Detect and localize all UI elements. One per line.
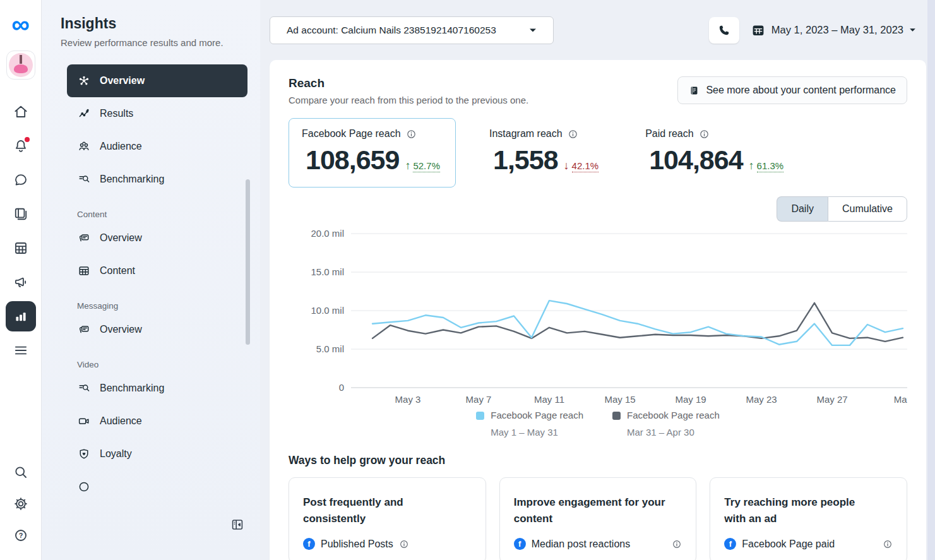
svg-text:May 27: May 27	[816, 394, 847, 405]
date-range-label: May 1, 2023 – May 31, 2023	[771, 24, 903, 36]
info-icon[interactable]	[672, 539, 682, 549]
info-icon[interactable]	[406, 129, 417, 140]
metric-label-row: Instagram reach	[489, 128, 599, 140]
cards-stack-icon	[77, 323, 91, 337]
sidebar-scrollbar[interactable]	[246, 179, 250, 345]
sidebar-item-video-audience[interactable]: Audience	[67, 405, 247, 438]
audience-people-icon	[77, 140, 91, 153]
toggle-daily[interactable]: Daily	[777, 196, 828, 222]
video-camera-icon	[77, 414, 91, 428]
collapse-sidebar-icon[interactable]	[230, 517, 245, 535]
reach-header: Reach Compare your reach from this perio…	[289, 76, 907, 105]
section-label-messaging: Messaging	[77, 301, 247, 311]
legend-previous-period[interactable]: Facebook Page reach Mar 31 – Apr 30	[612, 410, 720, 438]
sidebar-item-video-benchmarking[interactable]: Benchmarking	[67, 372, 247, 405]
page-scrollbar-gutter[interactable]	[927, 0, 935, 560]
metric-card-instagram-reach[interactable]: Instagram reach 1,558 ↓42.1%	[476, 118, 612, 188]
grow-card-try-ad[interactable]: Try reaching more people with an ad f Fa…	[710, 477, 907, 560]
notification-dot	[25, 137, 30, 142]
topbar-right: May 1, 2023 – May 31, 2023	[709, 17, 916, 44]
trend-up-icon: ↑	[405, 159, 410, 172]
sidebar-item-video-loyalty[interactable]: Loyalty	[67, 438, 247, 470]
svg-text:5.0 mil: 5.0 mil	[316, 343, 344, 354]
search-icon[interactable]	[6, 456, 36, 488]
date-range-picker[interactable]: May 1, 2023 – May 31, 2023	[751, 23, 916, 38]
trend-down-icon: ↓	[564, 159, 569, 172]
see-more-label: See more about your content performance	[706, 85, 896, 96]
phone-button[interactable]	[709, 17, 739, 44]
svg-text:0: 0	[339, 382, 344, 393]
see-more-button[interactable]: See more about your content performance	[677, 76, 907, 104]
grow-card-improve-engagement[interactable]: Improve engagement for your content f Me…	[499, 477, 697, 560]
help-icon[interactable]: ?	[6, 520, 36, 551]
info-icon[interactable]	[883, 539, 893, 549]
metric-value-row: 108,659 ↑52.7%	[302, 145, 443, 176]
sidebar-item-messaging-overview[interactable]: Overview	[67, 313, 247, 346]
sidebar-item-label: Audience	[100, 141, 142, 152]
meta-logo-icon[interactable]: ∞	[11, 11, 30, 37]
planner-grid-icon[interactable]	[6, 231, 36, 265]
facebook-logo-icon: f	[724, 538, 736, 550]
sidebar-item-overview[interactable]: Overview	[67, 64, 247, 97]
insights-chart-icon[interactable]	[6, 299, 36, 333]
sidebar-item-benchmarking[interactable]: Benchmarking	[67, 163, 247, 196]
svg-text:May 19: May 19	[675, 394, 706, 405]
info-icon[interactable]	[399, 539, 409, 549]
business-avatar[interactable]	[6, 51, 35, 80]
calendar-icon	[751, 23, 766, 38]
toggle-cumulative[interactable]: Cumulative	[828, 196, 907, 222]
sidebar-item-results[interactable]: Results	[67, 97, 247, 130]
daily-cumulative-toggle: Daily Cumulative	[777, 196, 907, 222]
grow-metric-label: Facebook Page paid	[742, 539, 835, 550]
svg-text:20.0 mil: 20.0 mil	[311, 228, 344, 239]
sidebar-item-audience[interactable]: Audience	[67, 130, 247, 163]
metric-value-row: 104,864 ↑61.3%	[645, 145, 783, 176]
sidebar-item-content-overview[interactable]: Overview	[67, 222, 247, 254]
ads-megaphone-icon[interactable]	[6, 265, 36, 299]
settings-gear-icon[interactable]	[6, 488, 36, 520]
facebook-logo-icon: f	[514, 538, 526, 550]
messages-chat-icon[interactable]	[6, 163, 36, 197]
sidebar-item-label: Overview	[100, 324, 142, 335]
metric-card-facebook-page-reach[interactable]: Facebook Page reach 108,659 ↑52.7%	[289, 118, 456, 188]
metric-label: Paid reach	[645, 128, 694, 140]
grow-card-title: Try reaching more people with an ad	[724, 494, 879, 527]
notifications-bell-icon[interactable]	[6, 129, 36, 163]
metric-card-paid-reach[interactable]: Paid reach 104,864 ↑61.3%	[632, 118, 797, 188]
sidebar-item-label: Audience	[100, 415, 142, 427]
chart-legend: Facebook Page reach May 1 – May 31 Faceb…	[289, 410, 907, 438]
grow-section-title: Ways to help grow your reach	[289, 454, 907, 467]
grow-card-metric-row: f Published Posts	[303, 538, 472, 550]
info-icon[interactable]	[699, 129, 710, 140]
svg-text:10.0 mil: 10.0 mil	[311, 305, 344, 316]
reach-line-chart[interactable]: 05.0 mil10.0 mil15.0 mil20.0 milMay 3May…	[289, 228, 907, 410]
home-icon[interactable]	[6, 95, 36, 129]
app-window: ∞	[0, 0, 935, 560]
facebook-logo-icon: f	[303, 538, 315, 550]
svg-text:?: ?	[18, 532, 23, 539]
ad-account-selector[interactable]: Ad account: Calcium Nails 23851921407160…	[270, 16, 554, 44]
info-icon[interactable]	[568, 129, 578, 140]
main-area: Ad account: Calcium Nails 23851921407160…	[260, 0, 935, 560]
sidebar-item-content-content[interactable]: Content	[67, 254, 247, 287]
reach-title: Reach	[289, 76, 528, 90]
topbar: Ad account: Calcium Nails 23851921407160…	[260, 0, 935, 60]
loyalty-shield-icon	[77, 447, 91, 461]
legend-swatch-previous	[612, 412, 621, 420]
legend-current-period[interactable]: Facebook Page reach May 1 – May 31	[476, 410, 583, 438]
left-icon-rail: ∞	[0, 0, 42, 560]
grow-card-title: Post frequently and consistently	[303, 494, 458, 527]
metric-label-row: Facebook Page reach	[302, 128, 443, 140]
page-title: Insights	[61, 15, 260, 32]
benchmarking-search-icon	[77, 172, 91, 186]
sidebar-nav: Overview Results Audience Benchmarking C…	[67, 64, 247, 503]
svg-text:May 7: May 7	[466, 394, 492, 405]
posts-content-icon[interactable]	[6, 197, 36, 231]
sidebar-item-partial[interactable]	[67, 470, 247, 503]
cards-stack-icon	[77, 231, 91, 245]
sidebar-item-label: Overview	[100, 232, 142, 244]
grow-card-post-frequently[interactable]: Post frequently and consistently f Publi…	[289, 477, 486, 560]
reach-subtitle: Compare your reach from this period to t…	[289, 95, 528, 105]
more-tools-menu-icon[interactable]	[6, 333, 36, 367]
circle-icon	[77, 480, 91, 494]
